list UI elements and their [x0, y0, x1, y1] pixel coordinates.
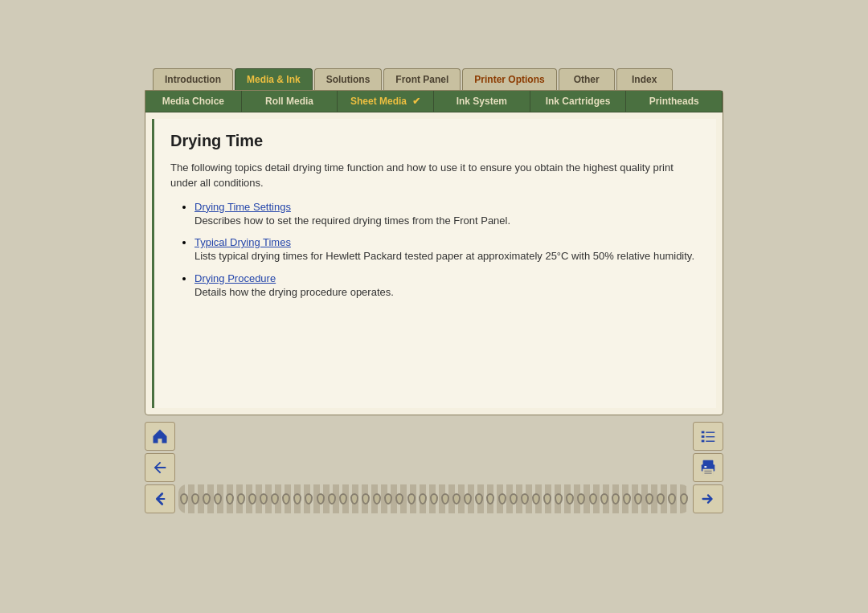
spiral-loop — [680, 493, 688, 505]
subtab-sheet-media[interactable]: Sheet Media ✔ — [338, 91, 434, 112]
spiral-loop — [657, 493, 665, 505]
left-nav-buttons — [145, 422, 175, 513]
spiral-loop — [407, 493, 416, 505]
spiral-binding — [178, 484, 690, 513]
spiral-loop — [419, 493, 427, 505]
spiral-loop — [271, 493, 279, 505]
spiral-loop — [521, 493, 529, 505]
print-button[interactable] — [693, 453, 723, 482]
spiral-loop — [441, 493, 449, 505]
spiral-loop — [317, 493, 325, 505]
checkmark-icon: ✔ — [412, 96, 420, 107]
svg-rect-11 — [703, 468, 714, 474]
spiral-loop — [623, 493, 631, 505]
spiral-loop — [475, 493, 483, 505]
spiral-loop — [226, 493, 234, 505]
list-item: Typical Drying Times Lists typical dryin… — [194, 236, 700, 264]
home-button[interactable] — [145, 422, 175, 451]
spiral-loop — [452, 493, 461, 505]
tab-front-panel[interactable]: Front Panel — [383, 68, 461, 90]
back-icon — [151, 459, 169, 476]
spiral-loop — [486, 493, 494, 505]
svg-rect-4 — [706, 436, 714, 437]
spiral-loop — [339, 493, 347, 505]
spiral-loop — [589, 493, 597, 505]
spiral-loop — [543, 493, 551, 505]
spiral-loop — [191, 493, 199, 505]
svg-rect-0 — [157, 498, 165, 500]
main-content-area: Media Choice Roll Media Sheet Media ✔ In… — [145, 90, 723, 415]
back-button[interactable] — [145, 453, 175, 482]
subtab-media-choice[interactable]: Media Choice — [145, 91, 242, 112]
content-body: Drying Time The following topics detail … — [152, 119, 716, 408]
svg-rect-6 — [706, 440, 714, 441]
home-icon — [151, 427, 169, 445]
list-item: Drying Procedure Details how the drying … — [194, 272, 700, 300]
top-nav: Introduction Media & Ink Solutions Front… — [145, 68, 723, 90]
typical-drying-times-link[interactable]: Typical Drying Times — [194, 236, 291, 248]
right-nav-buttons — [693, 422, 723, 513]
spiral-loop — [282, 493, 290, 505]
toc-icon — [699, 427, 717, 445]
spiral-loop — [373, 493, 381, 505]
svg-rect-1 — [702, 431, 705, 433]
spiral-loop — [237, 493, 245, 505]
spiral-loop — [260, 493, 268, 505]
intro-text: The following topics detail drying time … — [170, 160, 700, 191]
spiral-loop — [384, 493, 392, 505]
spiral-loop — [430, 493, 438, 505]
spiral-loop — [180, 493, 188, 505]
spiral-loop — [395, 493, 403, 505]
next-button[interactable] — [693, 484, 723, 513]
spiral-loop — [612, 493, 620, 505]
spiral-loop — [645, 493, 653, 505]
tab-introduction[interactable]: Introduction — [153, 68, 233, 90]
svg-rect-13 — [704, 472, 711, 473]
subtab-roll-media[interactable]: Roll Media — [242, 91, 338, 112]
spiral-loop — [600, 493, 608, 505]
subtab-printheads[interactable]: Printheads — [626, 91, 723, 112]
svg-rect-2 — [706, 431, 714, 432]
subtab-ink-system[interactable]: Ink System — [434, 91, 530, 112]
drying-time-settings-link[interactable]: Drying Time Settings — [194, 201, 291, 213]
page-title: Drying Time — [170, 132, 700, 150]
toc-button[interactable] — [693, 422, 723, 451]
spiral-loop — [362, 493, 370, 505]
svg-rect-12 — [704, 470, 711, 471]
bottom-nav — [145, 422, 723, 513]
subtab-ink-cartridges[interactable]: Ink Cartridges — [530, 91, 627, 112]
drying-time-settings-desc: Describes how to set the required drying… — [194, 215, 510, 227]
spiral-loop — [566, 493, 574, 505]
spiral-loop — [668, 493, 676, 505]
print-icon — [699, 459, 717, 476]
typical-drying-times-desc: Lists typical drying times for Hewlett P… — [194, 250, 694, 262]
app-wrapper: Introduction Media & Ink Solutions Front… — [145, 68, 723, 513]
spiral-loop — [498, 493, 506, 505]
list-item: Drying Time Settings Describes how to se… — [194, 201, 700, 229]
spiral-loop — [328, 493, 336, 505]
spiral-loop — [293, 493, 301, 505]
topic-list: Drying Time Settings Describes how to se… — [170, 201, 700, 300]
prev-button[interactable] — [145, 484, 175, 513]
svg-rect-10 — [704, 466, 706, 468]
spiral-loop — [350, 493, 358, 505]
spiral-loop — [577, 493, 585, 505]
spiral-loop — [555, 493, 563, 505]
spiral-loop — [214, 493, 222, 505]
spiral-loop — [634, 493, 642, 505]
tab-index[interactable]: Index — [616, 68, 673, 90]
spiral-loop — [248, 493, 256, 505]
prev-icon — [151, 490, 169, 508]
tab-solutions[interactable]: Solutions — [314, 68, 383, 90]
svg-rect-3 — [702, 435, 705, 438]
sub-nav: Media Choice Roll Media Sheet Media ✔ In… — [145, 91, 723, 112]
drying-procedure-link[interactable]: Drying Procedure — [194, 272, 276, 284]
tab-printer-options[interactable]: Printer Options — [462, 68, 556, 90]
spiral-loop — [510, 493, 518, 505]
tab-media-ink[interactable]: Media & Ink — [235, 68, 313, 90]
spiral-loop — [464, 493, 472, 505]
drying-procedure-desc: Details how the drying procedure operate… — [194, 286, 394, 298]
tab-other[interactable]: Other — [559, 68, 615, 90]
spiral-loop — [532, 493, 540, 505]
svg-rect-5 — [702, 439, 705, 442]
